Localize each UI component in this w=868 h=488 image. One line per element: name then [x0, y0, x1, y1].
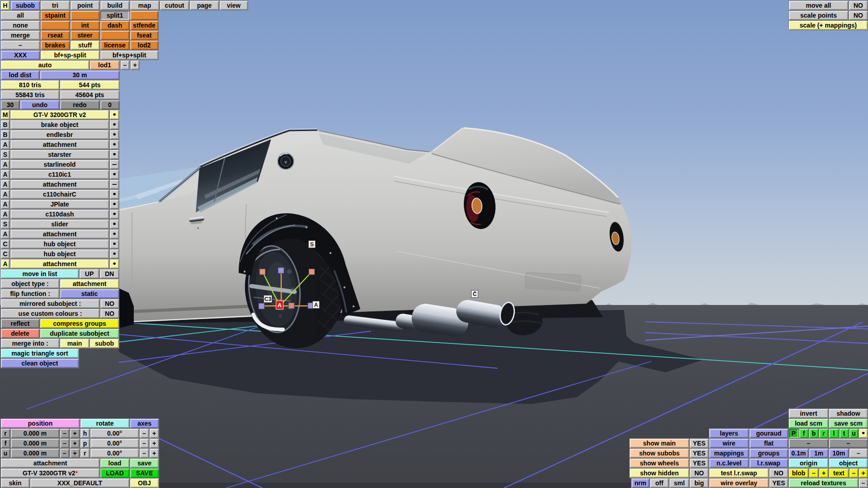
svg-text:v: v	[284, 159, 287, 164]
